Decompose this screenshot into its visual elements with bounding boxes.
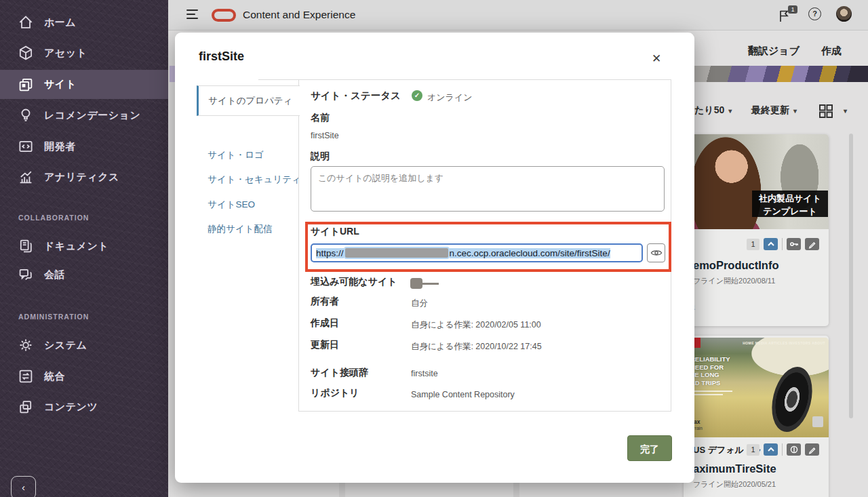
mini-text-line <box>690 391 732 392</box>
publish-chevron-up-button[interactable] <box>764 238 778 250</box>
overlay-line1: 社内製品サイト <box>752 192 828 205</box>
chevron-down-icon: ▾ <box>793 107 797 115</box>
site-card-maximumtiresite[interactable]: HOME MEDIA ARTICLES INVESTORS ABOUT RELI… <box>684 336 829 497</box>
sort-dropdown[interactable]: 最終更新▾ <box>751 104 797 117</box>
documents-icon <box>18 238 34 254</box>
page-scrollbar[interactable] <box>849 134 853 418</box>
home-icon <box>18 14 34 31</box>
sidebar-item-label: レコメンデーション <box>44 109 140 122</box>
mini-site-nav: HOME MEDIA ARTICLES INVESTORS ABOUT <box>743 341 825 345</box>
view-dropdown-caret[interactable]: ▾ <box>840 104 847 115</box>
per-page-label: たり50 <box>694 104 724 115</box>
notification-count-badge: 1 <box>788 5 797 14</box>
oracle-logo <box>212 9 236 22</box>
site-properties-dialog: firstSite ✕ サイトのプロパティ サイト・ロゴ サイト・セキュリティ … <box>175 33 694 483</box>
site-card-title[interactable]: aximumTireSite <box>693 462 776 475</box>
sidebar-item-system[interactable]: システム <box>0 335 168 355</box>
close-icon[interactable]: ✕ <box>652 52 661 66</box>
assets-cube-icon <box>18 45 34 61</box>
divider <box>782 238 783 250</box>
edit-pencil-button[interactable] <box>805 443 819 456</box>
user-avatar[interactable] <box>836 6 852 22</box>
sidebar-section-collaboration: COLLABORATION <box>18 214 89 222</box>
hamburger-menu-icon[interactable] <box>186 9 199 20</box>
sidebar-item-analytics[interactable]: アナリティクス <box>0 167 168 187</box>
sidebar-section-administration: ADMINISTRATION <box>18 313 89 321</box>
chevron-down-icon: ▾ <box>728 107 732 115</box>
site-card-demoproductinfo[interactable]: 社内製品サイト テンプレート 1 emoProductInfo フライン開始20… <box>684 134 829 326</box>
sidebar-item-label: 統合 <box>44 370 65 383</box>
top-bar: Content and Experience 1 ? <box>168 0 868 31</box>
version-badge: 1 <box>747 444 760 456</box>
key-access-button[interactable] <box>787 238 801 250</box>
sidebar-item-label: 開発者 <box>44 140 76 153</box>
sidebar-item-recommendations[interactable]: レコメンデーション <box>0 105 168 125</box>
developer-code-icon <box>18 138 34 155</box>
card-action-row: 1 <box>747 443 819 456</box>
sidebar-item-label: システム <box>44 339 87 352</box>
sort-label: 最終更新 <box>751 104 789 115</box>
sidebar-item-integration[interactable]: 統合 <box>0 366 168 386</box>
analytics-chart-icon <box>18 169 34 185</box>
tab-site-security[interactable]: サイト・セキュリティ <box>208 174 301 186</box>
content-stacks-icon <box>18 399 34 415</box>
app-title: Content and Experience <box>243 9 355 21</box>
overlay-line2: テンプレート <box>752 205 828 218</box>
notifications-flag-icon[interactable]: 1 <box>777 7 797 24</box>
sidebar-item-documents[interactable]: ドキュメント <box>0 236 168 256</box>
sidebar: ホーム アセット サイト レコメンデーション 開発者 アナリティクス COLLA… <box>0 0 168 497</box>
sites-icon <box>18 77 34 93</box>
panel-border <box>258 79 299 80</box>
tab-site-logo[interactable]: サイト・ロゴ <box>208 149 264 161</box>
sidebar-item-label: ドキュメント <box>44 240 108 253</box>
template-overlay-label: 社内製品サイト テンプレート <box>752 191 828 217</box>
site-thumbnail: 社内製品サイト テンプレート <box>684 134 829 229</box>
tab-site-properties[interactable]: サイトのプロパティ <box>197 85 300 116</box>
tire-image <box>766 363 818 437</box>
sidebar-item-assets[interactable]: アセット <box>0 43 168 63</box>
sidebar-item-home[interactable]: ホーム <box>0 12 168 33</box>
create-link[interactable]: 作成 <box>821 45 842 58</box>
sidebar-item-developer[interactable]: 開発者 <box>0 136 168 157</box>
sidebar-item-content[interactable]: コンテンツ <box>0 397 168 417</box>
sidebar-item-label: アナリティクス <box>44 171 119 184</box>
site-thumbnail: HOME MEDIA ARTICLES INVESTORS ABOUT RELI… <box>684 338 829 437</box>
chevron-down-icon: ▾ <box>844 107 847 115</box>
translation-jobs-link[interactable]: 翻訳ジョブ <box>748 45 800 58</box>
mini-text-line <box>690 394 723 395</box>
dialog-title: firstSite <box>199 49 244 64</box>
recommendation-bulb-icon <box>18 107 34 123</box>
publish-chevron-up-button[interactable] <box>764 443 778 456</box>
per-page-dropdown[interactable]: たり50▾ <box>694 104 732 117</box>
sidebar-item-label: アセット <box>44 47 87 60</box>
done-button[interactable]: 完了 <box>627 435 672 461</box>
sidebar-item-conversations[interactable]: 会話 <box>0 264 168 285</box>
mini-site-chip <box>812 416 823 427</box>
integration-icon <box>18 368 34 384</box>
translate-circle-button[interactable] <box>787 443 801 456</box>
card-action-row: 1 <box>747 238 819 250</box>
conversations-icon <box>18 266 34 283</box>
site-card-subtitle: フライン開始2020/08/11 <box>693 276 775 286</box>
gear-icon <box>18 337 34 353</box>
sidebar-item-label: コンテンツ <box>44 401 98 414</box>
version-badge: 1 <box>747 239 760 250</box>
divider <box>782 443 783 456</box>
sidebar-collapse-button[interactable]: ‹ <box>11 476 36 497</box>
sidebar-item-label: 会話 <box>44 269 65 281</box>
tab-static-site-delivery[interactable]: 静的サイト配信 <box>208 223 272 235</box>
sidebar-item-sites[interactable]: サイト <box>0 70 168 99</box>
mini-site-headline: RELIABILITY NEED FOR SE LONG AD TRIPS <box>690 355 730 386</box>
site-card-title[interactable]: emoProductInfo <box>693 259 779 272</box>
tab-label: サイトのプロパティ <box>208 95 292 107</box>
help-icon[interactable]: ? <box>808 7 821 20</box>
edit-pencil-button[interactable] <box>805 238 819 250</box>
site-card-subtitle: フライン開始2020/05/21 <box>693 479 776 490</box>
sidebar-item-label: ホーム <box>44 16 76 29</box>
sidebar-item-label: サイト <box>44 78 77 91</box>
annotation-highlight-box <box>305 222 671 272</box>
grid-view-icon[interactable] <box>818 103 834 119</box>
tab-site-seo[interactable]: サイトSEO <box>208 199 255 211</box>
